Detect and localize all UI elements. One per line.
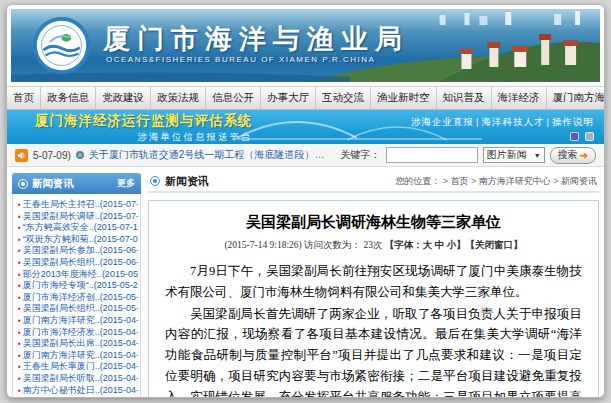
breadcrumb-home[interactable]: 首页 (440, 176, 468, 186)
news-list-item[interactable]: ▪“东方鲀高效安全..(2015-07-14) (18, 222, 138, 234)
bullet-icon: ▪ (18, 281, 21, 290)
article-meta: (2015-7-14 9:18:26) 访问次数为： 23次 【字体：大 中 小… (165, 239, 582, 252)
bullet-icon: ▪ (18, 200, 21, 209)
nav-item[interactable]: 办事大厅 (261, 87, 316, 109)
browser-window: 厦门市海洋与渔业局 OCEANS&FISHERIES BUREAU OF XIA… (6, 4, 605, 398)
bullet-icon: ▪ (18, 258, 21, 267)
nav-item[interactable]: 政务信息 (41, 87, 96, 109)
section-dot-icon (150, 176, 160, 186)
nav-item[interactable]: 互动交流 (316, 87, 371, 109)
monitor-system-banner: 厦门海洋经济运行监测与评估系统 涉海单位信息报送平台 涉海企业直报|海洋科技人才… (7, 110, 604, 144)
section-header: 新闻资讯 您的位置：首页南方海洋研究中心新闻资讯 (148, 173, 599, 193)
news-list-item[interactable]: ▪厦门市海经专项“..(2015-05-25) (18, 280, 138, 292)
bullet-icon: ▪ (18, 246, 21, 255)
news-ticker-bar: 5-07-09) 关于厦门市轨道交通2号线一期工程（海底隧道段）海洋环境影响报告… (7, 144, 604, 167)
article: 吴国梁副局长调研海林生物等三家单位 (2015-7-14 9:18:26) 访问… (148, 200, 599, 398)
news-list-item[interactable]: ▪吴国梁副局长调研..(2015-07-14) (18, 211, 138, 223)
bureau-logo (33, 17, 90, 74)
bullet-icon: ▪ (18, 374, 21, 383)
news-list-item[interactable]: ▪“双斑东方鲀和菊..(2015-07-08) (18, 234, 138, 246)
sidebar-title: 新闻资讯 (32, 177, 74, 191)
article-body: 7月9日下午，吴国梁副局长前往翔安区现场调研了厦门中美康泰生物技术有限公司、厦门… (165, 261, 582, 398)
bullet-icon: ▪ (18, 386, 21, 395)
bullet-icon: ▪ (18, 328, 21, 337)
nav-item[interactable]: 首页 (7, 87, 41, 109)
news-list-item[interactable]: ▪王春生局长主持召..(2015-07-20) (18, 199, 138, 211)
nav-item[interactable]: 厦门南方海洋研究中心 (547, 87, 606, 109)
news-sidebar: 新闻资讯 更多 ▪王春生局长主持召..(2015-07-20) ▪吴国梁副局长调… (12, 173, 141, 398)
news-list-item[interactable]: ▪吴国梁副局长听取..(2015-04-09) (18, 373, 138, 385)
breadcrumb-center[interactable]: 南方海洋研究中心 (468, 176, 550, 186)
news-list-item[interactable]: ▪吴国梁副局长组织..(2015-06-11) (18, 257, 138, 269)
more-link[interactable]: 更多 (117, 177, 135, 190)
bullet-icon: ▪ (18, 304, 21, 313)
chevron-down-icon: ▼ (534, 152, 541, 159)
font-size-controls[interactable]: 【字体：大 中 小】 (385, 240, 466, 250)
play-circle-icon (18, 179, 28, 189)
banner-link-instructions[interactable]: 操作说明 (552, 116, 594, 127)
breadcrumb: 您的位置：首页南方海洋研究中心新闻资讯 (395, 175, 597, 188)
site-subtitle: OCEANS&FISHERIES BUREAU OF XIAMEN P.R.CH… (106, 55, 375, 64)
site-title: 厦门市海洋与渔业局 (103, 21, 409, 57)
article-paragraph: 吴国梁副局长首先调研了两家企业，听取了各项目负责人关于申报项目内容的汇报，现场察… (165, 304, 582, 399)
article-title: 吴国梁副局长调研海林生物等三家单位 (165, 213, 582, 232)
close-window-link[interactable]: 【关闭窗口】 (466, 240, 523, 250)
banner-subtitle: 涉海单位信息报送平台 (35, 131, 253, 144)
bullet-circle-icon (76, 151, 84, 159)
nav-item[interactable]: 党政建设 (96, 87, 151, 109)
bullet-icon: ▪ (18, 316, 21, 325)
sidebar-header: 新闻资讯 更多 (12, 173, 141, 194)
keyword-label: 关键字： (341, 148, 381, 162)
bullet-icon: ▪ (18, 362, 21, 371)
news-list-item[interactable]: ▪厦门南方海洋研究..(2015-04-28) (18, 315, 138, 327)
speaker-icon (15, 149, 28, 162)
bullet-icon: ▪ (18, 293, 21, 302)
search-button[interactable]: 搜索 ➜ (550, 147, 596, 164)
nav-item[interactable]: 渔业新时空 (371, 87, 437, 109)
news-list-item[interactable]: ▪南方中心秘书处日..(2015-04-02) (18, 385, 138, 397)
category-select[interactable]: 图片新闻 ▼ (483, 147, 545, 163)
news-list-item[interactable]: ▪吴国梁副局长组织..(2015-05-08) (18, 303, 138, 315)
news-list-item[interactable]: ▪王春生局长率厦门..(2015-04-20) (18, 361, 138, 373)
banner-badge-icon-1[interactable] (570, 132, 579, 141)
breadcrumb-label: 您的位置： (395, 176, 440, 186)
news-list-item[interactable]: ▪部分2013年度海经..(2015-05-27) (18, 269, 138, 281)
search-arrow-icon: ➜ (580, 150, 588, 161)
bullet-icon: ▪ (18, 212, 21, 221)
bullet-icon: ▪ (18, 351, 21, 360)
banner-links: 涉海企业直报|海洋科技人才|操作说明 (411, 116, 594, 129)
news-list-item[interactable]: ▪厦门南方海洋研究..(2015-04-22) (18, 350, 138, 362)
bullet-icon: ▪ (18, 223, 21, 232)
site-header: 厦门市海洋与渔业局 OCEANS&FISHERIES BUREAU OF XIA… (11, 9, 600, 82)
news-list-item[interactable]: ▪吴国梁副局长出席..(2015-04-22) (18, 338, 138, 350)
bullet-icon: ▪ (18, 339, 21, 348)
banner-badge-icon-2[interactable] (585, 132, 594, 141)
news-list-item[interactable]: ▪厦门市海洋经济创..(2015-05-21) (18, 292, 138, 304)
banner-link-direct-report[interactable]: 涉海企业直报 (411, 116, 474, 127)
main-panel: 新闻资讯 您的位置：首页南方海洋研究中心新闻资讯 吴国梁副局长调研海林生物等三家… (148, 173, 599, 398)
section-title: 新闻资讯 (165, 174, 209, 189)
bullet-icon: ▪ (18, 235, 21, 244)
keyword-input[interactable] (386, 147, 478, 163)
banner-title: 厦门海洋经济运行监测与评估系统 (35, 112, 253, 130)
ticker-date: 5-07-09) (33, 150, 71, 161)
content-area: 新闻资讯 更多 ▪王春生局长主持召..(2015-07-20) ▪吴国梁副局长调… (7, 167, 604, 398)
nav-item[interactable]: 政策法规 (151, 87, 206, 109)
main-nav: 首页政务信息党政建设政策法规信息公开办事大厅互动交流渔业新时空知识普及海洋经济厦… (7, 86, 604, 110)
news-list-item[interactable]: ▪吴国梁副局长参加..(2015-06-23) (18, 245, 138, 257)
news-list-item[interactable]: ▪厦门市海洋经济发..(2015-04-24) (18, 327, 138, 339)
article-meta-time-views: (2015-7-14 9:18:26) 访问次数为： 23次 (224, 240, 384, 250)
banner-link-talent[interactable]: 海洋科技人才 (482, 116, 545, 127)
breadcrumb-news[interactable]: 新闻资讯 (551, 176, 597, 186)
bullet-icon: ▪ (18, 270, 21, 279)
nav-item[interactable]: 信息公开 (206, 87, 261, 109)
ticker-headline-link[interactable]: 关于厦门市轨道交通2号线一期工程（海底隧道段）海洋环境影响报告书的公示( (89, 148, 331, 162)
news-list: ▪王春生局长主持召..(2015-07-20) ▪吴国梁副局长调研..(2015… (12, 194, 141, 398)
nav-item[interactable]: 海洋经济 (492, 87, 547, 109)
nav-item[interactable]: 知识普及 (437, 87, 492, 109)
article-paragraph: 7月9日下午，吴国梁副局长前往翔安区现场调研了厦门中美康泰生物技术有限公司、厦门… (165, 261, 582, 303)
